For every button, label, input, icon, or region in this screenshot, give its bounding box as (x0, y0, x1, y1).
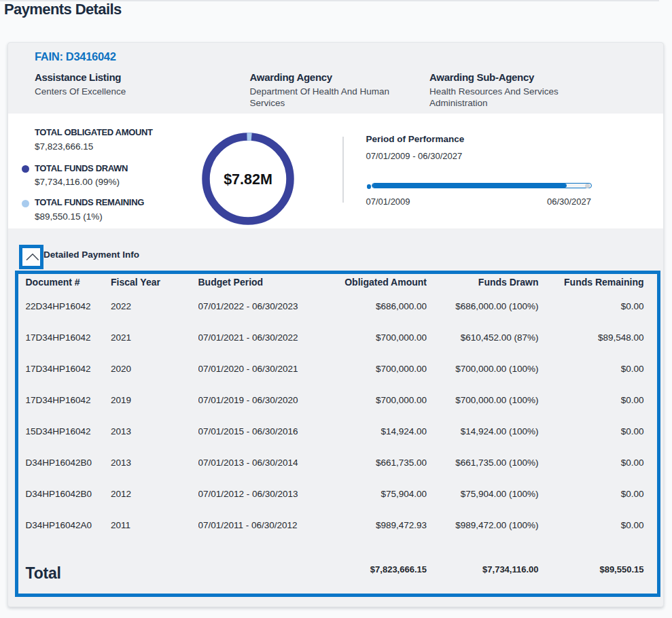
svg-text:$7.82M: $7.82M (224, 171, 272, 188)
